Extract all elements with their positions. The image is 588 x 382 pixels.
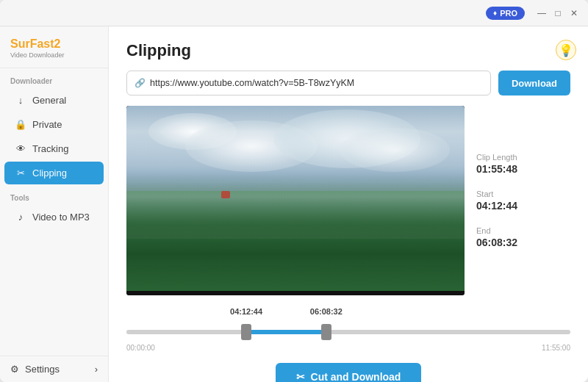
clip-length-stat: Clip Length 01:55:48	[476, 153, 517, 175]
timeline-start-edge: 00:00:00	[126, 344, 155, 352]
lightbulb-button[interactable]: 💡	[556, 40, 576, 60]
red-spot	[221, 191, 230, 198]
link-icon: 🔗	[135, 78, 146, 88]
scissors-icon: ✂	[15, 167, 26, 179]
chevron-right-icon: ›	[95, 364, 98, 375]
timeline-bar[interactable]	[126, 322, 570, 342]
timeline-section: 04:12:44 06:08:32 00:00:00 11:55:00	[126, 307, 570, 356]
clip-length-value: 01:55:48	[476, 163, 517, 175]
close-button[interactable]: ✕	[569, 8, 579, 18]
forest-mid	[126, 181, 465, 238]
letterbox-bottom	[126, 291, 465, 295]
sidebar: SurFast2 Video Downloader Downloader ↓ G…	[0, 26, 109, 382]
cut-btn-row: ✂ Cut and Download	[126, 363, 570, 382]
settings-left: ⚙ Settings	[10, 364, 60, 375]
download-icon: ↓	[15, 95, 26, 106]
music-icon: ♪	[15, 212, 26, 223]
sidebar-logo: SurFast2 Video Downloader	[0, 26, 108, 68]
timeline-handle-right-time: 06:08:32	[310, 307, 343, 316]
eye-icon: 👁	[15, 143, 26, 154]
tools-section-label: Tools	[0, 185, 108, 205]
timeline-selected-range	[246, 330, 326, 334]
end-stat: End 06:08:32	[476, 226, 517, 248]
logo-num: 2	[54, 37, 61, 50]
scissors-btn-icon: ✂	[296, 371, 305, 382]
sidebar-item-label: Video to MP3	[32, 212, 90, 223]
titlebar: PRO — □ ✕	[0, 0, 588, 26]
timeline-handle-right[interactable]	[321, 324, 331, 340]
sidebar-item-private[interactable]: 🔒 Private	[4, 113, 104, 136]
lock-icon: 🔒	[15, 119, 26, 130]
gear-icon: ⚙	[10, 364, 19, 375]
timeline-track[interactable]	[126, 330, 570, 334]
clip-info: Clip Length 01:55:48 Start 04:12:44 End …	[476, 106, 517, 295]
pro-badge[interactable]: PRO	[486, 7, 525, 20]
start-stat: Start 04:12:44	[476, 190, 517, 212]
timeline-end-edge: 11:55:00	[542, 344, 570, 352]
settings-label: Settings	[25, 364, 60, 375]
minimize-button[interactable]: —	[537, 8, 547, 18]
sidebar-item-clipping[interactable]: ✂ Clipping	[4, 162, 104, 184]
url-bar: 🔗 Download	[126, 71, 570, 96]
logo-subtitle: Video Downloader	[10, 51, 98, 59]
timeline-handle-left-time: 04:12:44	[230, 307, 262, 316]
logo-text: SurFast2	[10, 38, 98, 50]
settings-item[interactable]: ⚙ Settings ›	[0, 356, 108, 382]
url-input[interactable]	[150, 78, 483, 88]
download-button[interactable]: Download	[498, 71, 570, 96]
sidebar-item-video-to-mp3[interactable]: ♪ Video to MP3	[4, 206, 104, 228]
downloader-section-label: Downloader	[0, 68, 108, 88]
logo-main: SurFast	[10, 37, 54, 50]
sidebar-item-label: General	[32, 95, 66, 106]
page-title: Clipping	[126, 41, 570, 60]
cut-and-download-button[interactable]: ✂ Cut and Download	[276, 363, 422, 382]
start-label: Start	[476, 190, 517, 198]
video-scene	[126, 106, 465, 295]
sidebar-item-label: Private	[32, 119, 62, 130]
video-thumbnail	[126, 106, 465, 295]
maximize-button[interactable]: □	[553, 8, 563, 18]
video-row: Clip Length 01:55:48 Start 04:12:44 End …	[126, 106, 570, 295]
cut-btn-label: Cut and Download	[311, 371, 401, 382]
start-value: 04:12:44	[476, 200, 517, 212]
timeline-times-row: 04:12:44 06:08:32	[126, 307, 570, 320]
sidebar-item-tracking[interactable]: 👁 Tracking	[4, 137, 104, 160]
end-value: 06:08:32	[476, 237, 517, 248]
timeline-handle-left[interactable]	[241, 324, 251, 340]
clip-length-label: Clip Length	[476, 153, 517, 162]
sidebar-item-label: Clipping	[32, 167, 67, 179]
url-input-wrap: 🔗	[126, 71, 491, 96]
content-area: Clipping 💡 🔗 Download	[109, 26, 588, 382]
titlebar-controls: PRO — □ ✕	[486, 7, 579, 20]
sidebar-item-general[interactable]: ↓ General	[4, 89, 104, 112]
end-label: End	[476, 226, 517, 235]
cloud-4	[340, 128, 450, 172]
sidebar-bottom: ⚙ Settings ›	[0, 356, 108, 382]
sidebar-item-label: Tracking	[32, 143, 68, 154]
timeline-edge-times: 00:00:00 11:55:00	[126, 344, 570, 356]
